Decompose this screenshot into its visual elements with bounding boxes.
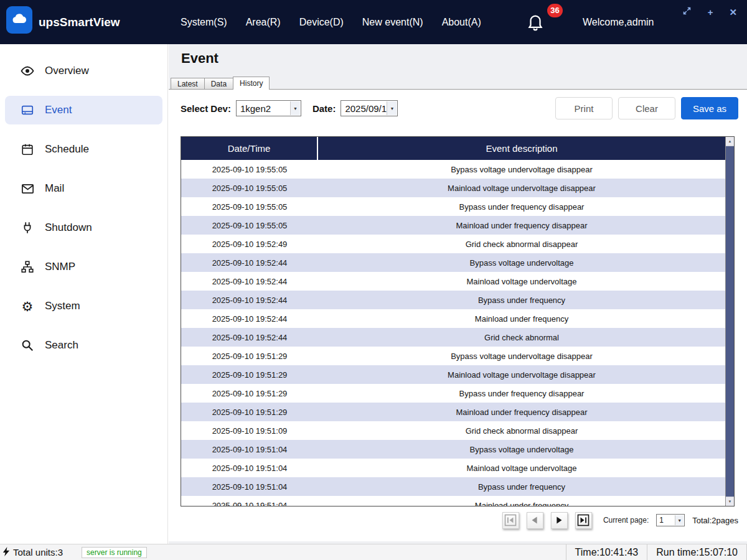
first-page-icon xyxy=(504,514,517,526)
table-row[interactable]: 2025-09-10 19:51:29Mainload under freque… xyxy=(181,403,725,421)
eye-icon xyxy=(20,63,35,78)
table-row[interactable]: 2025-09-10 19:51:29Mainload voltage unde… xyxy=(181,365,725,384)
date-label: Date: xyxy=(312,103,336,114)
table-row[interactable]: 2025-09-10 19:52:44Mainload voltage unde… xyxy=(181,272,725,291)
menu-device[interactable]: Device(D) xyxy=(299,17,344,28)
tab-history[interactable]: History xyxy=(233,77,270,90)
cell-description: Bypass under frequency disappear xyxy=(318,202,725,212)
total-pages-label: Total:2pages xyxy=(692,516,738,525)
sidebar-item-schedule[interactable]: Schedule xyxy=(5,135,162,164)
table-row[interactable]: 2025-09-10 19:52:44Grid check abnormal xyxy=(181,328,725,347)
cell-datetime: 2025-09-10 19:52:44 xyxy=(181,296,318,305)
cell-datetime: 2025-09-10 19:51:29 xyxy=(181,370,318,380)
cell-description: Mainload voltage undervoltage xyxy=(318,464,725,473)
cell-datetime: 2025-09-10 19:52:44 xyxy=(181,314,318,324)
menu-system[interactable]: System(S) xyxy=(181,17,227,28)
network-icon xyxy=(20,259,35,274)
sidebar-item-system[interactable]: ⚙ System xyxy=(5,292,162,320)
cell-datetime: 2025-09-10 19:55:05 xyxy=(181,165,318,174)
scrollbar-thumb[interactable] xyxy=(726,146,734,497)
scroll-up-icon[interactable]: ▲ xyxy=(726,137,734,146)
sidebar-item-shutdown[interactable]: Shutdown xyxy=(5,213,162,242)
sidebar: Overview Event Schedule Mail Shutdown SN… xyxy=(0,44,168,544)
total-units-label: Total units:3 xyxy=(13,547,63,558)
tab-data[interactable]: Data xyxy=(204,78,233,89)
next-page-icon xyxy=(553,515,565,526)
table-row[interactable]: 2025-09-10 19:52:44Bypass voltage underv… xyxy=(181,253,725,272)
plus-icon[interactable]: + xyxy=(708,7,713,18)
sidebar-item-mail[interactable]: Mail xyxy=(5,174,162,203)
chevron-down-icon: ▼ xyxy=(387,101,397,115)
column-header-datetime[interactable]: Date/Time xyxy=(181,137,318,160)
cell-description: Grid check abnormal disappear xyxy=(318,240,725,249)
table-row[interactable]: 2025-09-10 19:55:05Bypass voltage underv… xyxy=(181,160,725,179)
page-select[interactable]: 1 ▼ xyxy=(656,514,685,526)
server-status-badge: server is running xyxy=(82,547,147,558)
sidebar-item-snmp[interactable]: SNMP xyxy=(5,253,162,281)
clear-button[interactable]: Clear xyxy=(618,97,675,119)
mail-icon xyxy=(20,181,35,196)
menu-about[interactable]: About(A) xyxy=(442,17,481,28)
print-button[interactable]: Print xyxy=(555,97,613,119)
save-as-button[interactable]: Save as xyxy=(681,97,738,119)
table-row[interactable]: 2025-09-10 19:51:29Bypass voltage underv… xyxy=(181,347,725,365)
cell-datetime: 2025-09-10 19:51:04 xyxy=(181,482,318,492)
table-row[interactable]: 2025-09-10 19:52:49Grid check abnormal d… xyxy=(181,235,725,253)
table-scrollbar[interactable]: ▲ ▼ xyxy=(725,137,734,506)
sidebar-item-label: Search xyxy=(45,339,78,352)
table-row[interactable]: 2025-09-10 19:55:05Mainload voltage unde… xyxy=(181,179,725,197)
table-row[interactable]: 2025-09-10 19:51:04Mainload voltage unde… xyxy=(181,459,725,477)
table-row[interactable]: 2025-09-10 19:51:09Grid check abnormal d… xyxy=(181,421,725,440)
next-page-button[interactable] xyxy=(551,512,568,529)
table-row[interactable]: 2025-09-10 19:51:29Bypass under frequenc… xyxy=(181,384,725,403)
menu-area[interactable]: Area(R) xyxy=(246,17,281,28)
app-title: upsSmartView xyxy=(39,0,120,44)
cell-datetime: 2025-09-10 19:51:04 xyxy=(181,464,318,473)
date-select[interactable]: 2025/09/10 ▼ xyxy=(341,100,398,116)
tab-latest[interactable]: Latest xyxy=(171,78,205,89)
cell-description: Mainload under frequency disappear xyxy=(318,221,725,230)
table-row[interactable]: 2025-09-10 19:51:04Bypass under frequenc… xyxy=(181,477,725,496)
close-icon[interactable]: ✕ xyxy=(729,7,737,18)
date-select-value: 2025/09/10 xyxy=(345,103,392,114)
page-title: Event xyxy=(181,50,218,67)
cell-description: Bypass voltage undervoltage xyxy=(318,445,725,454)
last-page-icon xyxy=(577,514,590,526)
device-select[interactable]: 1kgen2 ▼ xyxy=(236,100,301,116)
cell-description: Mainload voltage undervoltage xyxy=(318,277,725,286)
sidebar-item-label: Event xyxy=(45,104,72,116)
notification-bell-icon[interactable] xyxy=(526,12,547,33)
pagination: Current page: 1 ▼ Total:2pages xyxy=(502,511,738,530)
table-row[interactable]: 2025-09-10 19:55:05Mainload under freque… xyxy=(181,216,725,235)
expand-icon[interactable] xyxy=(682,6,692,18)
menu-new-event[interactable]: New event(N) xyxy=(362,17,423,28)
cell-datetime: 2025-09-10 19:55:05 xyxy=(181,184,318,193)
calendar-icon xyxy=(20,142,35,157)
cell-description: Bypass under frequency xyxy=(318,482,725,492)
sidebar-item-event[interactable]: Event xyxy=(5,96,162,124)
table-row[interactable]: 2025-09-10 19:52:44Bypass under frequenc… xyxy=(181,291,725,309)
table-row[interactable]: 2025-09-10 19:51:04Bypass voltage underv… xyxy=(181,440,725,459)
first-page-button[interactable] xyxy=(502,512,519,529)
scroll-down-icon[interactable]: ▼ xyxy=(726,497,734,506)
cell-datetime: 2025-09-10 19:55:05 xyxy=(181,221,318,230)
cell-description: Bypass voltage undervoltage disappear xyxy=(318,352,725,361)
sidebar-item-overview[interactable]: Overview xyxy=(5,57,162,85)
table-row[interactable]: 2025-09-10 19:52:44Mainload under freque… xyxy=(181,309,725,328)
sidebar-item-label: SNMP xyxy=(45,261,75,273)
sidebar-item-search[interactable]: Search xyxy=(5,331,162,360)
table-row[interactable]: 2025-09-10 19:55:05Bypass under frequenc… xyxy=(181,197,725,216)
last-page-button[interactable] xyxy=(575,512,592,529)
device-select-value: 1kgen2 xyxy=(240,103,271,114)
table-row[interactable]: 2025-09-10 19:51:04Mainload under freque… xyxy=(181,496,725,506)
previous-page-button[interactable] xyxy=(527,512,543,529)
lightning-icon xyxy=(2,547,10,558)
sidebar-item-label: Mail xyxy=(45,182,64,195)
column-header-description[interactable]: Event description xyxy=(318,143,725,154)
cell-description: Bypass voltage undervoltage xyxy=(318,258,725,268)
select-dev-label: Select Dev: xyxy=(181,103,231,114)
toolbar: Select Dev: 1kgen2 ▼ Date: 2025/09/10 ▼ … xyxy=(181,97,738,119)
cell-description: Mainload under frequency xyxy=(318,501,725,507)
top-menu: System(S) Area(R) Device(D) New event(N)… xyxy=(181,0,481,44)
cell-description: Mainload voltage undervoltage disappear xyxy=(318,184,725,193)
